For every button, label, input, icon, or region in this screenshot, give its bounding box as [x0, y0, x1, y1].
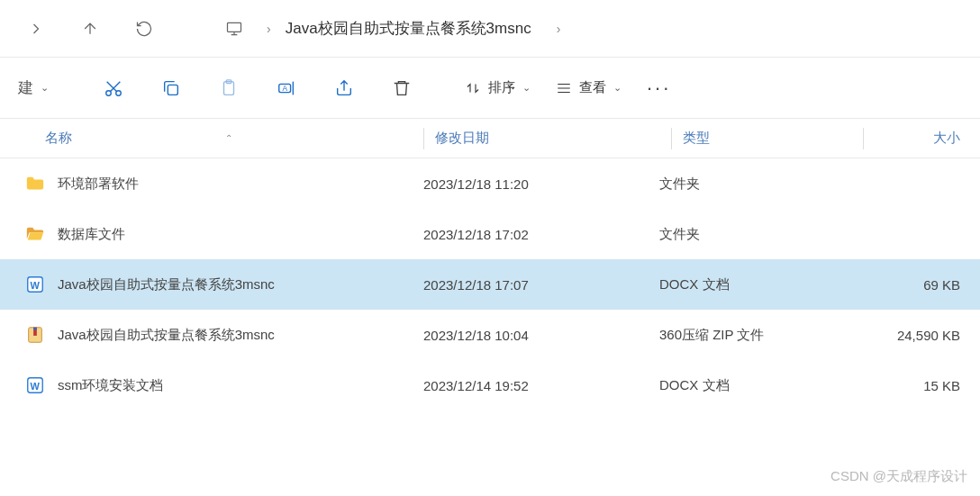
file-type: 文件夹 [659, 176, 839, 193]
share-button[interactable] [324, 68, 364, 108]
file-name: Java校园自助式按量点餐系统3msnc [58, 276, 423, 293]
file-row[interactable]: 环境部署软件2023/12/18 11:20文件夹 [0, 158, 980, 209]
toolbar: 建 ⌄ A 排序 ⌄ 查看 ⌄ ··· [0, 58, 980, 119]
file-name: Java校园自助式按量点餐系统3msnc [58, 327, 423, 344]
svg-rect-12 [33, 328, 37, 330]
svg-point-1 [106, 90, 112, 95]
zip-icon [25, 325, 45, 345]
breadcrumb: › Java校园自助式按量点餐系统3msnc › [216, 11, 575, 47]
svg-rect-0 [228, 23, 241, 32]
col-header-date[interactable]: 修改日期 [435, 130, 671, 147]
delete-button[interactable] [382, 68, 422, 108]
svg-text:A: A [282, 84, 287, 92]
up-button[interactable] [72, 11, 108, 47]
file-row[interactable]: Java校园自助式按量点餐系统3msnc2023/12/18 10:04360压… [0, 310, 980, 360]
docx-icon: W [25, 275, 45, 294]
chevron-down-icon: ⌄ [522, 82, 531, 94]
file-date: 2023/12/18 17:02 [423, 227, 659, 242]
docx-icon: W [25, 375, 45, 395]
new-button[interactable]: 建 ⌄ [18, 77, 49, 98]
more-button[interactable]: ··· [647, 77, 671, 100]
chevron-down-icon: ⌄ [41, 82, 49, 94]
file-date: 2023/12/18 17:07 [423, 277, 659, 293]
paste-button[interactable] [209, 68, 249, 108]
col-header-size[interactable]: 大小 [875, 130, 980, 147]
copy-button[interactable] [151, 68, 191, 108]
col-header-type[interactable]: 类型 [683, 130, 863, 147]
chevron-down-icon: ⌄ [613, 82, 622, 94]
file-name: 数据库文件 [58, 226, 423, 243]
chevron-right-icon: › [267, 22, 271, 36]
forward-button[interactable] [18, 11, 54, 47]
refresh-button[interactable] [126, 11, 162, 47]
file-type: 文件夹 [659, 226, 839, 243]
file-type: DOCX 文档 [659, 276, 839, 293]
svg-text:W: W [31, 381, 41, 392]
breadcrumb-current[interactable]: Java校园自助式按量点餐系统3msnc [286, 18, 531, 39]
view-button[interactable]: 查看 ⌄ [556, 79, 622, 96]
svg-point-2 [116, 90, 122, 95]
file-type: DOCX 文档 [659, 377, 839, 394]
folder-icon [25, 174, 45, 194]
file-date: 2023/12/14 19:52 [423, 378, 659, 393]
svg-rect-3 [168, 85, 177, 95]
file-row[interactable]: 数据库文件2023/12/18 17:02文件夹 [0, 209, 980, 259]
file-date: 2023/12/18 11:20 [423, 176, 659, 192]
file-type: 360压缩 ZIP 文件 [659, 327, 839, 344]
folder-open-icon [25, 224, 45, 244]
rename-button[interactable]: A [267, 68, 306, 108]
column-headers: 名称 ⌃ 修改日期 类型 大小 [0, 119, 980, 158]
file-size: 69 KB [839, 277, 980, 293]
monitor-icon[interactable] [216, 11, 252, 47]
sort-indicator-icon: ⌃ [225, 133, 232, 143]
file-row[interactable]: WJava校园自助式按量点餐系统3msnc2023/12/18 17:07DOC… [0, 259, 980, 310]
file-row[interactable]: Wssm环境安装文档2023/12/14 19:52DOCX 文档15 KB [0, 360, 980, 410]
file-size: 15 KB [839, 378, 980, 393]
file-name: 环境部署软件 [58, 176, 423, 193]
cut-button[interactable] [94, 68, 133, 108]
svg-text:W: W [31, 280, 41, 291]
file-list: 环境部署软件2023/12/18 11:20文件夹数据库文件2023/12/18… [0, 158, 980, 410]
file-date: 2023/12/18 10:04 [423, 328, 659, 343]
chevron-right-icon: › [557, 22, 561, 36]
watermark: CSDN @天成程序设计 [830, 468, 967, 485]
file-size: 24,590 KB [839, 328, 980, 343]
nav-bar: › Java校园自助式按量点餐系统3msnc › [0, 0, 980, 58]
col-header-name[interactable]: 名称 ⌃ [0, 130, 423, 147]
file-name: ssm环境安装文档 [58, 377, 423, 394]
sort-button[interactable]: 排序 ⌄ [465, 79, 531, 96]
